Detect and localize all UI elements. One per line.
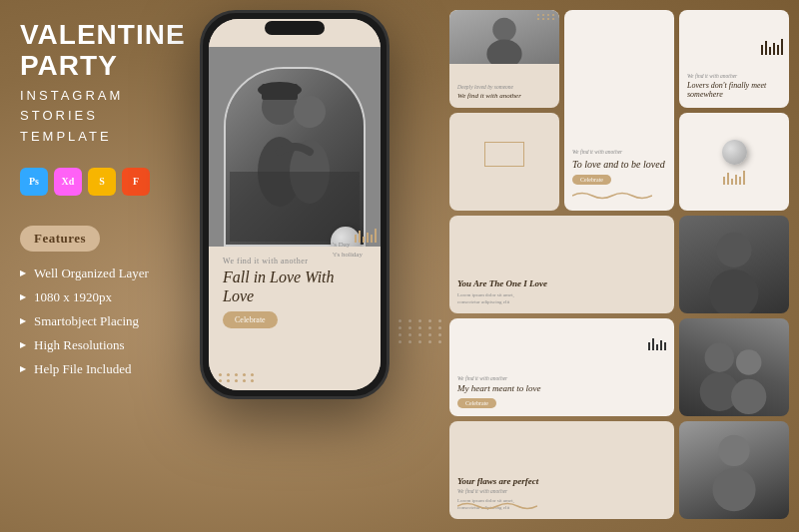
story-card-3: We find it with another Lovers don't fin… xyxy=(679,10,789,108)
story-card-6: You Are The One I Love Lorem ipsum dolor… xyxy=(449,216,674,313)
sketch-icon: S xyxy=(88,168,116,196)
card8-cta[interactable]: Celebrate xyxy=(457,398,496,408)
svg-point-16 xyxy=(712,468,755,511)
left-panel: VALENTINE PARTY INSTAGRAM STORIES TEMPLA… xyxy=(20,20,220,385)
card9-photo xyxy=(679,318,789,416)
card2-wave xyxy=(572,191,652,201)
svg-point-4 xyxy=(294,96,326,128)
feature-item-2: 1080 x 1920px xyxy=(20,289,220,305)
phone-body: We find it with another Fall in Love Wit… xyxy=(200,10,390,399)
story-card-9 xyxy=(679,318,789,416)
svg-point-10 xyxy=(710,269,759,313)
card10-wave xyxy=(457,501,537,511)
card6-title: You Are The One I Love xyxy=(457,278,666,288)
feature-item-5: Help File Included xyxy=(20,361,220,377)
card8-subtitle: We find it with another xyxy=(457,375,666,381)
story-card-7 xyxy=(679,216,789,313)
card1-subtitle: Deeply loved by someone xyxy=(457,84,551,90)
card1-title: We find it with another xyxy=(457,92,551,100)
card11-photo xyxy=(679,421,789,519)
svg-point-11 xyxy=(705,343,734,372)
main-title: VALENTINE PARTY xyxy=(20,20,220,82)
card3-title: Lovers don't finally meet somewhere xyxy=(687,81,781,100)
card8-title: My heart meant to love xyxy=(457,383,666,394)
phone-side-text: 's Day't's holiday xyxy=(333,241,381,261)
story-card-1: Deeply loved by someone We find it with … xyxy=(449,10,559,108)
xd-icon: Xd xyxy=(54,168,82,196)
story-card-10: Your flaws are perfect We find it with a… xyxy=(449,421,674,519)
subtitle-line1: INSTAGRAM STORIES TEMPLATE xyxy=(20,86,220,148)
phone-content: We find it with another Fall in Love Wit… xyxy=(209,19,381,390)
card10-subtitle: We find it with another xyxy=(457,488,666,494)
figma-icon: F xyxy=(122,168,150,196)
story-card-8: We find it with another My heart meant t… xyxy=(449,318,674,416)
feature-item-1: Well Organized Layer xyxy=(20,266,220,281)
story-card-11 xyxy=(679,421,789,519)
card5-bars xyxy=(723,171,745,185)
features-badge: Features xyxy=(20,226,100,252)
svg-point-13 xyxy=(736,349,761,374)
card8-bars xyxy=(648,338,666,350)
story-card-4 xyxy=(449,113,559,211)
story-card-5 xyxy=(679,113,789,211)
svg-point-14 xyxy=(731,379,766,414)
phone-main-title: Fall in Love With Love xyxy=(223,267,367,305)
card2-subtitle: We find it with another xyxy=(572,149,622,155)
card5-circle xyxy=(722,140,747,165)
phone-image-frame xyxy=(224,67,366,247)
bg-dots-decoration xyxy=(399,319,444,343)
feature-item-3: Smartobject Placing xyxy=(20,313,220,329)
features-list: Well Organized Layer 1080 x 1920px Smart… xyxy=(20,266,220,377)
phone-bottom-dots xyxy=(219,373,256,382)
card3-bars xyxy=(761,39,783,55)
svg-rect-3 xyxy=(262,84,298,100)
svg-point-9 xyxy=(716,233,751,267)
couple-silhouette xyxy=(230,72,360,242)
card2-title: To love and to be loved xyxy=(572,159,665,171)
card3-subtitle: We find it with another xyxy=(687,73,781,79)
ps-icon: Ps xyxy=(20,168,48,196)
card10-title: Your flaws are perfect xyxy=(457,476,666,486)
svg-point-15 xyxy=(718,435,749,466)
phone-screen: We find it with another Fall in Love Wit… xyxy=(209,19,381,390)
app-icons-row: Ps Xd S F xyxy=(20,168,220,196)
phone-mockup: We find it with another Fall in Love Wit… xyxy=(200,10,400,409)
stories-grid: Deeply loved by someone We find it with … xyxy=(449,10,789,519)
feature-item-4: High Resolutions xyxy=(20,337,220,353)
card7-photo xyxy=(679,216,789,313)
phone-image-area xyxy=(209,47,381,247)
card2-cta[interactable]: Celebrate xyxy=(572,175,611,185)
card6-body: Lorem ipsum dolor sit amet,consectetur a… xyxy=(457,291,666,305)
phone-cta[interactable]: Celebrate xyxy=(223,311,278,328)
phone-notch xyxy=(265,21,325,35)
card4-rect xyxy=(484,142,524,167)
story-card-2: We find it with another To love and to b… xyxy=(564,10,674,211)
couple-photo xyxy=(226,69,364,245)
